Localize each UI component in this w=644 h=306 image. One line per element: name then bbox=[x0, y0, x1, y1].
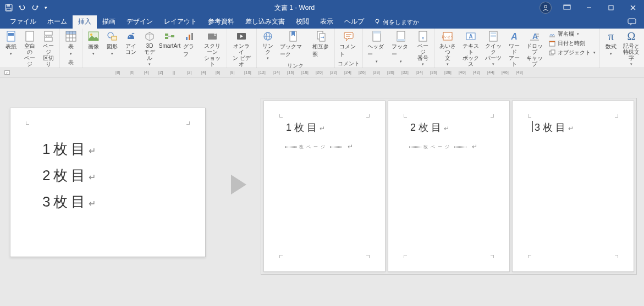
quick-parts-button[interactable]: クイック パーツ▾ bbox=[482, 30, 504, 68]
svg-text:A: A bbox=[469, 34, 472, 40]
redo-button[interactable] bbox=[29, 1, 42, 14]
chart-button[interactable]: グラフ bbox=[181, 30, 199, 59]
chart-icon bbox=[184, 31, 195, 42]
tab-help[interactable]: ヘルプ bbox=[339, 15, 370, 29]
svg-rect-15 bbox=[26, 31, 34, 41]
3d-models-button[interactable]: 3D モデル▾ bbox=[141, 30, 158, 68]
page-1[interactable]: 1枚目↵ 改ページ↵ bbox=[263, 101, 386, 272]
page-corner-mark bbox=[528, 112, 533, 118]
ruler-tick: |8| bbox=[115, 70, 120, 74]
page-number-button[interactable]: #ページ 番号▾ bbox=[414, 30, 432, 68]
footer-button[interactable]: フッター▾ bbox=[389, 30, 412, 65]
tab-view[interactable]: 表示 bbox=[315, 15, 339, 29]
page-2[interactable]: 2枚目↵ 改ページ↵ bbox=[388, 101, 510, 272]
smartart-button[interactable]: SmartArt bbox=[159, 30, 180, 50]
ruler-tick: |18| bbox=[301, 70, 309, 74]
symbol-button[interactable]: Ω記号と 特殊文字▾ bbox=[621, 30, 642, 68]
ruler-tick: |32| bbox=[401, 70, 409, 74]
svg-rect-14 bbox=[8, 33, 14, 36]
page-break-button[interactable]: ページ 区切り bbox=[40, 30, 57, 68]
icons-button[interactable]: アイ コン bbox=[122, 30, 140, 56]
online-video-button[interactable]: オンライ ン ビデオ bbox=[229, 30, 254, 68]
date-time-button[interactable]: 日付と時刻 bbox=[547, 39, 597, 48]
tab-draw[interactable]: 描画 bbox=[97, 15, 121, 29]
tab-review[interactable]: 校閲 bbox=[290, 15, 315, 29]
table-button[interactable]: 表▾ bbox=[62, 30, 80, 57]
document-title: 文書 1 - Word bbox=[49, 3, 540, 13]
close-button[interactable] bbox=[622, 0, 644, 15]
cover-page-button[interactable]: 表紙▾ bbox=[2, 30, 20, 57]
link-button[interactable]: リン ク▾ bbox=[259, 30, 277, 62]
header-button[interactable]: ヘッダー▾ bbox=[365, 30, 388, 65]
svg-rect-1 bbox=[7, 4, 10, 7]
ribbon-group-media: オンライ ン ビデオ メディア bbox=[227, 29, 257, 68]
cover-page-icon bbox=[5, 31, 16, 42]
svg-point-26 bbox=[90, 34, 92, 36]
tab-file[interactable]: ファイル bbox=[4, 15, 42, 29]
ruler-tick: |44| bbox=[487, 70, 494, 74]
ruler-tick: |26| bbox=[359, 70, 366, 74]
ruler-tick: |10| bbox=[244, 70, 251, 74]
cross-reference-button[interactable]: 相互参照 bbox=[310, 30, 333, 59]
greeting-button[interactable]: あいさつあいさつ 文▾ bbox=[437, 30, 459, 68]
comments-button[interactable] bbox=[620, 15, 644, 29]
pictures-button[interactable]: 画像▾ bbox=[85, 30, 102, 57]
minimize-button[interactable] bbox=[578, 0, 600, 15]
tab-insert[interactable]: 挿入 bbox=[73, 15, 97, 29]
svg-rect-5 bbox=[564, 5, 570, 6]
page-corner-mark bbox=[364, 255, 370, 260]
tab-home[interactable]: ホーム bbox=[42, 15, 73, 29]
screenshot-button[interactable]: スクリーン ショット▾ bbox=[200, 30, 224, 74]
signature-line-button[interactable]: 署名欄▾ bbox=[547, 30, 597, 38]
page-corner-mark bbox=[364, 112, 370, 118]
comment-icon bbox=[343, 31, 354, 42]
bookmark-button[interactable]: ブックマーク bbox=[278, 30, 309, 59]
table-icon bbox=[65, 31, 76, 42]
ruler-tick: |42| bbox=[473, 70, 480, 74]
tab-references[interactable]: 参考資料 bbox=[202, 15, 240, 29]
cross-ref-icon bbox=[316, 31, 327, 42]
textbox-icon: A bbox=[465, 31, 476, 42]
text-line: 1枚目↵ bbox=[286, 121, 385, 134]
undo-button[interactable] bbox=[15, 1, 29, 14]
svg-rect-60 bbox=[491, 32, 496, 34]
account-avatar[interactable] bbox=[540, 2, 552, 14]
text-line: 3枚目↵ bbox=[535, 121, 634, 134]
equation-button[interactable]: π数式▾ bbox=[602, 30, 620, 57]
save-button[interactable] bbox=[2, 1, 15, 14]
ruler-tick: |40| bbox=[459, 70, 466, 74]
tab-layout[interactable]: レイアウト bbox=[158, 15, 202, 29]
comment-button[interactable]: コメント bbox=[337, 30, 360, 59]
ruler-tick: |46| bbox=[502, 70, 509, 74]
tell-me-search[interactable]: 何をしますか bbox=[370, 15, 423, 29]
maximize-button[interactable] bbox=[600, 0, 622, 15]
ribbon-display-options-button[interactable] bbox=[556, 0, 578, 15]
shapes-button[interactable]: 図形▾ bbox=[103, 30, 121, 57]
page-number-icon: # bbox=[417, 31, 428, 42]
transformation-arrow-icon bbox=[231, 175, 246, 194]
tab-mailings[interactable]: 差し込み文書 bbox=[240, 15, 290, 29]
page-corner-mark bbox=[279, 112, 285, 118]
textbox-button[interactable]: Aテキスト ボックス▾ bbox=[460, 30, 481, 74]
page-3[interactable]: 3枚目↵ bbox=[512, 101, 634, 272]
qat-customize-button[interactable]: ▾ bbox=[42, 1, 49, 14]
svg-rect-2 bbox=[7, 8, 11, 10]
page-single-before[interactable]: 1枚目↵ 2枚目↵ 3枚目↵ bbox=[10, 108, 206, 257]
blank-page-button[interactable]: 空白の ページ bbox=[21, 30, 38, 68]
page-corner-mark bbox=[184, 119, 190, 125]
ribbon-group-text: あいさつあいさつ 文▾ Aテキスト ボックス▾ クイック パーツ▾ Aワード ア… bbox=[435, 29, 601, 68]
tab-design[interactable]: デザイン bbox=[121, 15, 158, 29]
page-corner-mark bbox=[279, 255, 285, 260]
document-area: 1枚目↵ 2枚目↵ 3枚目↵ 1枚目↵ 改ページ↵ 2枚目↵ 改ページ↵ bbox=[0, 78, 644, 306]
svg-rect-31 bbox=[165, 37, 168, 39]
wordart-button[interactable]: Aワード アート▾ bbox=[505, 30, 523, 74]
lightbulb-icon bbox=[374, 18, 381, 26]
ribbon-group-links: リン ク▾ ブックマーク 相互参照 リンク bbox=[257, 29, 335, 68]
drop-cap-button[interactable]: Aドロップ キャップ▾ bbox=[524, 30, 546, 74]
icons-icon bbox=[125, 31, 136, 42]
object-button[interactable]: オブジェクト▾ bbox=[547, 48, 597, 57]
page-corner-mark bbox=[404, 112, 409, 118]
horizontal-ruler[interactable]: ⌐ |8||6||4||2||||2||4||6||8||10||12||14|… bbox=[0, 68, 644, 78]
svg-point-38 bbox=[214, 34, 216, 35]
ruler-tick: |30| bbox=[387, 70, 394, 74]
